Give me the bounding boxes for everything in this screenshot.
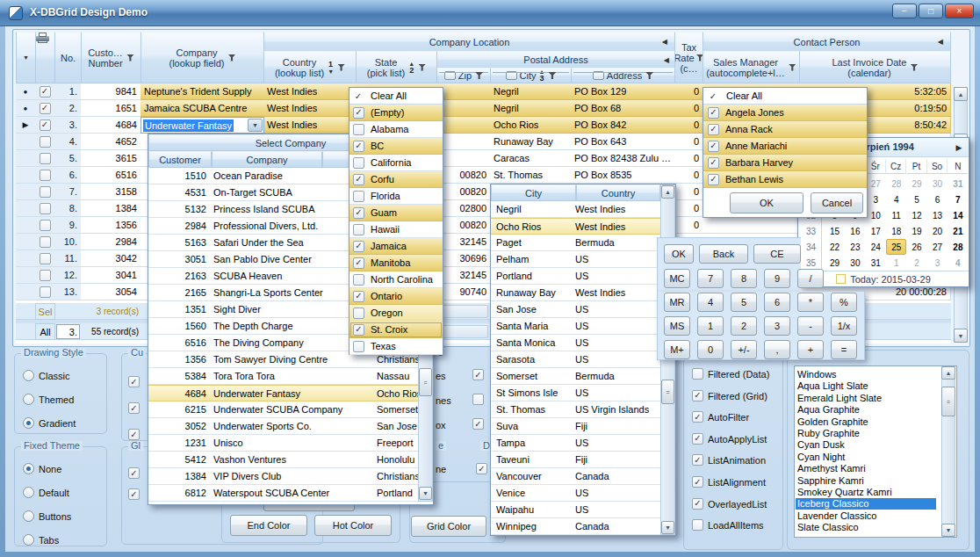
title-bar: X-DBGrid Design Demo − □ × [0, 0, 980, 26]
maximize-button[interactable]: □ [919, 4, 943, 18]
close-button[interactable]: × [945, 4, 974, 18]
window-title: X-DBGrid Design Demo [30, 6, 148, 18]
client-area [5, 26, 975, 552]
app-icon [9, 6, 23, 20]
minimize-button[interactable]: − [892, 4, 917, 18]
app-window: X-DBGrid Design Demo − □ × ▼No.Custo…Num… [0, 0, 980, 557]
